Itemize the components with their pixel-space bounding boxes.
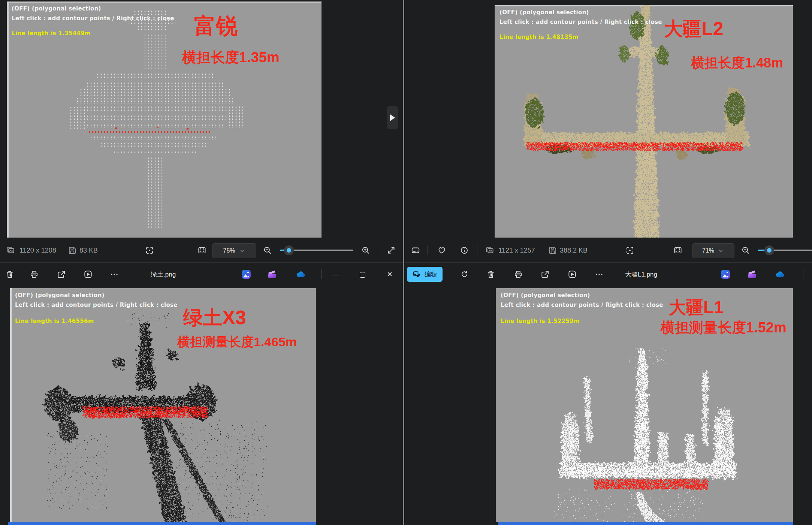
filmstrip-flyout-button[interactable] (387, 106, 398, 129)
edit-button[interactable]: 编辑 (407, 267, 443, 282)
onedrive-icon[interactable] (774, 269, 785, 280)
title-bar: 绿土.png — ✕ (0, 262, 404, 286)
info-button[interactable] (459, 245, 469, 255)
viewer-bottom-gradient-strip (8, 522, 316, 525)
photos-window-dji-l2: (OFF) (polygonal selection) Left click :… (405, 0, 812, 262)
flyout-arrow-icon (390, 114, 395, 121)
annotation-measure: 横担测量长度1.465m (177, 335, 297, 348)
measured-crossarm-line-dji-l1 (594, 479, 708, 489)
rotate-button[interactable] (459, 269, 469, 279)
close-button[interactable]: ✕ (384, 269, 395, 280)
image-dimensions: 1121 x 1257 (498, 247, 535, 254)
fit-to-window-button[interactable] (197, 245, 207, 255)
annotation-measure: 横担测量长度1.52m (661, 320, 787, 335)
zoom-out-button[interactable] (741, 245, 751, 255)
overlay-mode: (OFF) (polygonal selection) (12, 5, 101, 12)
overlay-hint: Left click : add contour points / Right … (501, 302, 663, 308)
slideshow-button[interactable] (83, 269, 93, 279)
overlay-hint: Left click : add contour points / Right … (15, 302, 178, 308)
visual-search-button[interactable] (625, 245, 635, 255)
filmstrip-toggle-button[interactable] (411, 245, 420, 255)
image-dimensions-icon (6, 245, 15, 255)
overlay-line-length: Line length is 1.46556m (15, 318, 94, 325)
zoom-slider-thumb[interactable] (284, 245, 294, 255)
clipchamp-icon[interactable] (746, 269, 758, 280)
zoom-slider[interactable] (758, 250, 812, 251)
pointcloud-furui (59, 7, 254, 232)
overlay-line-length: Line length is 1.52259m (501, 318, 580, 325)
photos-app-grid: (OFF) (polygonal selection) Left click :… (0, 0, 812, 525)
zoom-slider-thumb[interactable] (764, 245, 774, 255)
chevron-down-icon (718, 247, 724, 254)
favorite-heart-button[interactable] (437, 245, 447, 255)
titlebar-divider (322, 269, 322, 279)
annotation-title: 富锐 (194, 15, 238, 37)
zoom-slider[interactable] (280, 250, 353, 251)
photos-window-furui: (OFF) (polygonal selection) Left click :… (0, 0, 403, 262)
file-size-icon (548, 245, 558, 255)
canvas-left-edge (7, 1, 9, 238)
zoom-level-value: 71% (702, 247, 714, 254)
annotation-measure: 横担长度1.48m (691, 56, 783, 70)
pointcloud-canvas-dji-l2: (OFF) (polygonal selection) Left click :… (495, 5, 793, 238)
chevron-down-icon (239, 247, 245, 254)
photos-window-dji-l1: 编辑 大疆L1.png (405, 262, 812, 525)
onedrive-icon[interactable] (295, 269, 306, 280)
zoom-out-button[interactable] (263, 245, 272, 255)
photos-app-icon[interactable] (241, 269, 252, 280)
overlay-mode: (OFF) (polygonal selection) (501, 292, 590, 299)
annotation-title: 大疆L1 (669, 299, 724, 316)
overlay-mode: (OFF) (polygonal selection) (15, 292, 105, 299)
annotation-title: 大疆L2 (664, 19, 723, 38)
edit-image-icon (412, 270, 421, 279)
overlay-mode: (OFF) (polygonal selection) (499, 9, 589, 16)
file-size: 83 KB (79, 247, 98, 254)
zoom-level-dropdown[interactable]: 75% (212, 243, 256, 258)
maximize-icon (360, 272, 365, 278)
visual-search-button[interactable] (145, 245, 154, 255)
fullscreen-button[interactable] (386, 245, 396, 255)
viewer-bottom-gradient-strip (498, 522, 793, 525)
bottom-toolbar: 1121 x 1257 388.2 KB 71% (405, 241, 812, 259)
delete-button[interactable] (5, 269, 15, 279)
minimize-button[interactable]: — (330, 269, 341, 280)
annotation-measure: 横担长度1.35m (182, 50, 280, 64)
image-dimensions-icon (485, 245, 495, 255)
overlay-line-length: Line length is 1.35449m (12, 30, 91, 37)
overlay-hint: Left click : add contour points / Right … (499, 19, 662, 25)
canvas-top-edge (7, 1, 322, 3)
window-separator (403, 0, 404, 525)
measured-crossarm-line-dji-l2 (527, 142, 743, 151)
annotation-title: 绿土X3 (183, 308, 246, 327)
share-button[interactable] (540, 269, 550, 279)
delete-button[interactable] (486, 269, 496, 279)
print-button[interactable] (29, 269, 39, 279)
overlay-line-length: Line length is 1.48135m (499, 34, 579, 40)
zoom-in-button[interactable] (361, 245, 371, 255)
slideshow-button[interactable] (567, 269, 577, 279)
maximize-button[interactable] (357, 269, 368, 280)
clipchamp-icon[interactable] (266, 269, 278, 280)
more-options-button[interactable] (109, 269, 119, 279)
window-title: 绿土.png (151, 270, 176, 279)
share-button[interactable] (57, 269, 66, 279)
photos-app-icon[interactable] (720, 269, 731, 280)
edit-button-label: 编辑 (425, 270, 437, 279)
title-bar: 编辑 大疆L1.png (405, 262, 812, 286)
canvas-left-edge (10, 288, 12, 522)
bottom-toolbar: 1120 x 1208 83 KB 75% (0, 241, 403, 259)
pointcloud-canvas-furui: (OFF) (polygonal selection) Left click :… (7, 1, 322, 238)
pointcloud-dji-l1 (533, 348, 758, 522)
print-button[interactable] (513, 269, 523, 279)
file-size: 388.2 KB (560, 247, 588, 254)
more-options-button[interactable] (594, 269, 604, 279)
zoom-level-dropdown[interactable]: 71% (692, 243, 734, 258)
overlay-hint: Left click : add contour points / Right … (12, 15, 174, 22)
titlebar-divider (803, 269, 803, 279)
image-dimensions: 1120 x 1208 (19, 247, 56, 254)
window-title: 大疆L1.png (625, 270, 657, 279)
fit-to-window-button[interactable] (673, 245, 683, 255)
photos-window-lvtu: 绿土.png — ✕ (OFF) (p (0, 262, 404, 525)
file-size-icon (67, 245, 77, 255)
toolbar-divider (477, 245, 477, 255)
